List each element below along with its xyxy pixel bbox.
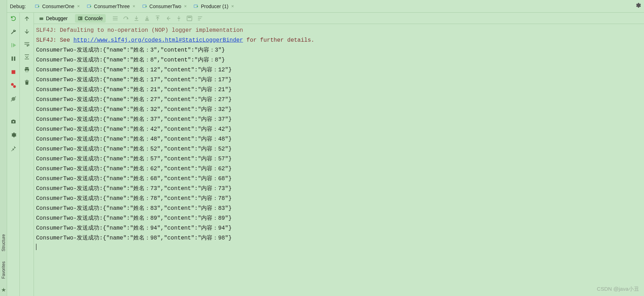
mute-breakpoints-icon[interactable] [10, 95, 17, 102]
run-config-icon [35, 4, 40, 9]
log-line: ConsumerTwo-发送成功:{"name":"姓名：27","conten… [36, 95, 644, 105]
side-tab-favorites[interactable]: Favorites [1, 259, 6, 281]
pin-icon[interactable] [10, 145, 17, 152]
log-line: ConsumerTwo-发送成功:{"name":"姓名：8","content… [36, 55, 644, 65]
console-icon [78, 16, 83, 21]
run-tab-consumer-two[interactable]: ConsumerTwo × [140, 2, 190, 11]
drop-frame-icon[interactable] [165, 15, 171, 22]
debug-subtabs: Debugger Console [34, 13, 644, 24]
log-line: ConsumerTwo-发送成功:{"name":"姓名：32","conten… [36, 105, 644, 114]
debug-title: Debug: [10, 4, 26, 9]
svg-point-14 [13, 85, 16, 88]
arrow-up-icon[interactable] [23, 15, 31, 23]
log-line: SLF4J: See http://www.slf4j.org/codes.ht… [36, 35, 644, 45]
settings-icon[interactable] [10, 131, 17, 138]
console-tab-label: Console [85, 16, 103, 21]
debugger-icon [39, 16, 44, 21]
svg-marker-9 [13, 43, 16, 47]
debug-step-toolbar [112, 15, 203, 22]
trash-icon[interactable] [23, 78, 31, 86]
log-line: ConsumerTwo-发送成功:{"name":"姓名：48","conten… [36, 134, 644, 144]
run-to-cursor-icon[interactable] [176, 15, 182, 22]
log-line: ConsumerTwo-发送成功:{"name":"姓名：17","conten… [36, 75, 644, 85]
step-over-icon[interactable] [123, 15, 129, 22]
log-line: ConsumerTwo-发送成功:{"name":"姓名：57","conten… [36, 154, 644, 164]
arrow-down-icon[interactable] [23, 28, 31, 35]
svg-rect-23 [26, 70, 28, 72]
evaluate-icon[interactable] [186, 15, 193, 22]
log-line: SLF4J: Defaulting to no-operation (NOP) … [36, 25, 644, 35]
log-line: ConsumerTwo-发送成功:{"name":"姓名：83","conten… [36, 203, 644, 213]
console-tab[interactable]: Console [75, 14, 106, 23]
resume-icon[interactable] [10, 42, 17, 49]
log-line: ConsumerTwo-发送成功:{"name":"姓名：3","content… [36, 45, 644, 55]
debug-action-column [7, 13, 20, 296]
log-line: ConsumerTwo-发送成功:{"name":"姓名：62","conten… [36, 164, 644, 174]
svg-point-13 [11, 83, 14, 86]
run-tab-label: Producer (1) [201, 4, 228, 9]
force-step-into-icon[interactable] [144, 15, 150, 22]
soft-wrap-icon[interactable] [23, 40, 31, 48]
run-tab-producer[interactable]: Producer (1) × [191, 2, 236, 11]
log-line: ConsumerTwo-发送成功:{"name":"姓名：78","conten… [36, 194, 644, 203]
side-tab-structure[interactable]: Structure [1, 232, 6, 254]
run-tab-label: ConsumerTwo [150, 4, 181, 9]
svg-rect-24 [40, 17, 43, 20]
log-link[interactable]: http://www.slf4j.org/codes.html#StaticLo… [74, 37, 243, 43]
close-icon[interactable]: × [133, 4, 135, 9]
wrench-icon[interactable] [10, 28, 17, 35]
threads-icon[interactable] [112, 15, 118, 22]
svg-rect-8 [11, 43, 12, 47]
run-tab-consumer-one[interactable]: ConsumerOne × [32, 2, 83, 11]
svg-rect-41 [188, 17, 191, 18]
log-line: ConsumerTwo-发送成功:{"name":"姓名：42","conten… [36, 124, 644, 134]
log-line: ConsumerTwo-发送成功:{"name":"姓名：12","conten… [36, 65, 644, 75]
log-line: ConsumerTwo-发送成功:{"name":"姓名：68","conten… [36, 174, 644, 184]
view-breakpoints-icon[interactable] [10, 82, 17, 89]
step-out-icon[interactable] [154, 15, 161, 22]
svg-rect-12 [11, 70, 15, 74]
log-line: ConsumerTwo-发送成功:{"name":"姓名：37","conten… [36, 114, 644, 124]
log-line: ConsumerTwo-发送成功:{"name":"姓名：21","conten… [36, 85, 644, 95]
log-line: ConsumerTwo-发送成功:{"name":"姓名：89","conten… [36, 213, 644, 223]
star-icon: ★ [1, 286, 6, 293]
console-output[interactable]: SLF4J: Defaulting to no-operation (NOP) … [34, 24, 644, 296]
svg-rect-11 [14, 57, 15, 61]
pause-icon[interactable] [10, 55, 17, 62]
close-icon[interactable]: × [231, 4, 234, 9]
log-line: ConsumerTwo-发送成功:{"name":"姓名：94","conten… [36, 223, 644, 233]
debugger-tab[interactable]: Debugger [36, 14, 71, 23]
print-icon[interactable] [23, 66, 31, 73]
svg-point-17 [12, 121, 14, 123]
run-tab-consumer-three[interactable]: ConsumerThree × [84, 2, 138, 11]
gear-icon[interactable] [635, 2, 641, 10]
run-tab-label: ConsumerOne [42, 4, 74, 9]
svg-rect-10 [11, 57, 13, 61]
debug-header: Debug: ConsumerOne × ConsumerThree × [7, 0, 644, 13]
step-into-icon[interactable] [133, 15, 140, 22]
debugger-tab-label: Debugger [46, 16, 68, 21]
run-config-icon [87, 4, 92, 9]
run-config-icon [142, 4, 147, 9]
stop-icon[interactable] [10, 69, 17, 76]
rerun-icon[interactable] [10, 15, 17, 22]
log-line: ConsumerTwo-发送成功:{"name":"姓名：52","conten… [36, 144, 644, 154]
run-tab-label: ConsumerThree [94, 4, 130, 9]
close-icon[interactable]: × [184, 4, 187, 9]
trace-icon[interactable] [197, 15, 203, 22]
svg-rect-40 [187, 16, 192, 21]
caret-line [36, 243, 644, 253]
log-line: ConsumerTwo-发送成功:{"name":"姓名：98","conten… [36, 233, 644, 243]
run-config-icon [194, 4, 199, 9]
scroll-to-end-icon[interactable] [23, 53, 31, 61]
log-line: ConsumerTwo-发送成功:{"name":"姓名：73","conten… [36, 184, 644, 194]
close-icon[interactable]: × [77, 4, 80, 9]
console-nav-column [20, 13, 34, 296]
ide-left-gutter: Structure Favorites ★ [0, 0, 7, 296]
camera-icon[interactable] [10, 118, 17, 125]
